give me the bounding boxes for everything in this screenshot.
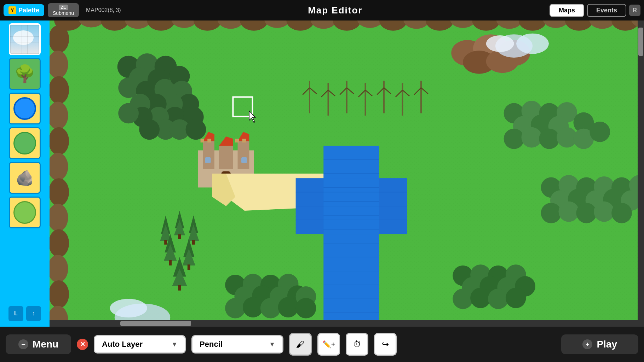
layers-icon: L [14,310,18,317]
svg-point-60 [118,103,139,124]
svg-point-184 [594,202,614,222]
map-canvas-area[interactable] [50,21,644,327]
timer-icon: ⏱ [353,339,361,349]
palette-tile-rock[interactable]: 🪨 [9,162,41,194]
undo-icon: ↪ [382,339,389,349]
map-coordinates: MAP002(8, 3) [86,7,121,13]
svg-point-166 [453,289,473,309]
water-tile-preview [10,94,40,123]
svg-point-155 [278,297,299,317]
svg-point-154 [260,298,281,319]
scrollbar-horizontal-thumb[interactable] [120,321,191,326]
layers-button[interactable]: L [8,306,23,321]
svg-point-185 [611,203,632,223]
palette-tile-tree[interactable]: 🌳 [9,58,41,90]
events-button[interactable]: Events [587,4,626,17]
play-plus-icon: + [582,339,592,349]
svg-rect-203 [178,285,181,291]
rock-tile-preview: 🪨 [10,163,40,193]
scrollbar-vertical-thumb[interactable] [638,28,643,56]
palette-tile-water[interactable] [9,93,41,124]
tool-dropdown-label: Pencil [200,340,223,349]
svg-rect-107 [205,157,211,163]
x-badge: ✕ [77,339,88,350]
play-button[interactable]: + Play [561,334,638,354]
svg-point-182 [559,202,579,222]
svg-point-153 [243,297,263,317]
svg-point-138 [522,127,542,148]
arrows-icon: ↕ [32,310,35,317]
palette-button[interactable]: Y Palette [4,4,44,16]
svg-rect-197 [169,260,172,265]
svg-rect-188 [164,240,167,245]
scrollbar-horizontal[interactable] [50,320,638,327]
sky-tile-preview [10,25,39,54]
top-bar-center: Map Editor [121,5,550,16]
svg-point-169 [506,288,526,308]
tool-dropdown[interactable]: Pencil ▼ [191,335,283,354]
svg-rect-108 [241,157,247,163]
svg-point-35 [50,127,69,155]
layer-dropdown[interactable]: Auto Layer ▼ [94,335,186,354]
svg-point-37 [50,178,69,206]
svg-rect-113 [323,146,379,327]
water-circle [13,97,36,120]
svg-point-41 [50,280,69,308]
y-badge: Y [8,6,16,14]
paint-tool-button[interactable]: 🖌 [289,333,312,356]
svg-point-31 [50,25,69,53]
palette-tile-sky[interactable] [9,23,41,55]
top-bar: Y Palette ZL Submenu MAP002(8, 3) Map Ed… [0,0,644,21]
menu-label: Menu [33,339,58,350]
svg-rect-200 [188,264,190,270]
submenu-button[interactable]: ZL Submenu [48,3,79,17]
top-bar-right: Maps Events R [550,4,640,17]
svg-rect-103 [207,139,211,143]
submenu-label: Submenu [53,10,74,16]
svg-point-205 [110,299,147,317]
svg-point-137 [504,129,524,149]
timer-tool-button[interactable]: ⏱ [346,333,368,356]
svg-point-139 [539,129,559,149]
maps-button[interactable]: Maps [550,4,584,17]
svg-point-168 [488,289,508,309]
svg-point-181 [541,203,562,223]
grass-circle [13,132,36,154]
top-bar-left: Y Palette ZL Submenu MAP002(8, 3) [4,3,121,17]
svg-point-152 [225,298,246,319]
svg-point-33 [50,76,69,104]
scrollbar-vertical[interactable] [638,21,644,327]
svg-point-157 [296,298,316,319]
tree-tile-preview: 🌳 [10,59,40,89]
tool-dropdown-arrow: ▼ [269,341,275,348]
layer-dropdown-label: Auto Layer [102,340,143,349]
palette-tile-green2[interactable] [9,197,41,228]
svg-point-143 [590,122,610,142]
pencil-plus-icon: ✏️+ [322,340,335,349]
svg-point-183 [576,203,597,223]
green2-circle [13,201,36,224]
svg-rect-194 [192,240,195,245]
undo-tool-button[interactable]: ↪ [374,333,397,356]
palette-sidebar: 🌳 🪨 L [0,21,50,327]
play-label: Play [597,339,617,350]
menu-button[interactable]: − Menu [6,334,71,354]
arrows-button[interactable]: ↕ [26,306,41,321]
svg-rect-102 [201,139,205,143]
svg-rect-98 [219,146,233,169]
page-title: Map Editor [308,5,362,16]
svg-point-93 [516,34,549,54]
svg-point-63 [139,119,160,140]
svg-rect-97 [238,141,249,169]
map-svg [50,21,644,327]
layer-dropdown-arrow: ▼ [171,341,178,348]
paint-icon: 🖌 [296,339,305,349]
svg-rect-96 [203,141,214,169]
sidebar-bottom: L ↕ [8,306,41,324]
map-canvas[interactable] [50,21,644,327]
pencil-plus-tool-button[interactable]: ✏️+ [317,333,340,356]
palette-tile-grass[interactable] [9,127,41,159]
svg-point-65 [186,119,206,140]
minus-icon: − [18,339,28,349]
svg-point-94 [486,35,514,52]
